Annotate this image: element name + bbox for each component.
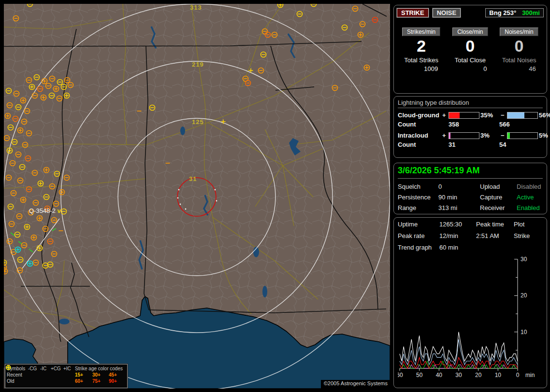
cg-minus-count: 566 <box>493 121 541 128</box>
upload-status: Disabled <box>517 183 543 190</box>
svg-text:60: 60 <box>398 372 403 378</box>
ic-minus-pct: 5% <box>539 132 550 139</box>
plot-value: Strike <box>514 232 543 239</box>
range-label: Range <box>398 204 438 211</box>
total-noises-label: Total Noises <box>494 56 543 64</box>
ring-label-219: 219 <box>192 61 204 68</box>
age-15: 15+ <box>75 372 92 378</box>
svg-text:20: 20 <box>521 292 527 299</box>
storm-cell-label[interactable]: Q-3548-2 v <box>29 207 61 214</box>
svg-text:10: 10 <box>495 372 502 378</box>
age-30: 30+ <box>92 372 109 378</box>
legend-col-cg-minus: -CG <box>28 366 40 371</box>
ic-plus-pct: 3% <box>480 132 501 139</box>
legend-col-ic-plus: +IC <box>63 366 75 371</box>
upload-label: Upload <box>480 183 517 190</box>
ic-plus-bar <box>449 132 479 139</box>
minus-sign: − <box>501 132 507 139</box>
uptime-value: 1265:30 <box>439 221 476 228</box>
legend-col-ic-minus: -IC <box>40 366 51 371</box>
ic-plus-recent-icon <box>63 372 71 378</box>
svg-text:50: 50 <box>416 372 423 378</box>
datetime-display: 3/6/2026 5:45:19 AM <box>398 166 543 179</box>
status-row: Squelch 0 Upload Disabled <box>398 183 543 190</box>
bearing-value: Bng 253° <box>489 9 516 16</box>
lightning-map[interactable]: 313 219 125 31 Q-3548-2 v Symbols -CG -I… <box>4 4 390 389</box>
noises-per-min-button[interactable]: Noises/min <box>500 28 538 36</box>
age-60: 60+ <box>75 378 92 384</box>
cg-minus-recent-icon <box>28 372 36 378</box>
squelch-label: Squelch <box>398 183 438 190</box>
ring-label-125: 125 <box>192 118 204 126</box>
copyright: ©2005 Astrogenic Systems <box>321 380 390 389</box>
svg-text:20: 20 <box>475 372 482 378</box>
svg-text:30: 30 <box>521 256 527 263</box>
symbols-legend: Symbols -CG -IC +CG +IC Strike age color… <box>5 364 128 388</box>
ic-minus-old-icon <box>40 378 48 384</box>
status-row: Range 313 mi Receiver Enabled <box>398 204 543 211</box>
peak-rate-value: 12/min <box>439 232 476 239</box>
trend-graph-label: Trend graph <box>398 244 439 251</box>
ring-label-313: 313 <box>190 4 202 11</box>
ic-minus-bar <box>507 132 538 139</box>
svg-text:30: 30 <box>455 372 462 378</box>
strikes-rate: 2 <box>397 37 446 55</box>
total-strikes-label: Total Strikes <box>397 56 446 64</box>
cg-minus-bar <box>507 112 538 119</box>
cg-minus-pct: 56% <box>539 112 550 119</box>
strikes-per-min-button[interactable]: Strikes/min <box>402 28 440 36</box>
close-per-min-button[interactable]: Close/min <box>452 28 488 36</box>
stats-row: Peak rate 12/min 2:51 AM Strike <box>398 232 543 239</box>
cg-plus-pct: 35% <box>480 112 501 119</box>
receiver-status: Enabled <box>517 204 543 211</box>
noise-toggle-button[interactable]: NOISE <box>433 8 461 17</box>
age-75: 75+ <box>92 378 109 384</box>
strike-toggle-button[interactable]: STRIKE <box>397 8 429 17</box>
status-row: Persistence 90 min Capture Active <box>398 194 543 201</box>
age-45: 45+ <box>109 372 125 378</box>
cg-plus-bar <box>449 112 479 119</box>
ic-plus-old-icon <box>63 378 71 384</box>
plus-sign: + <box>442 132 449 139</box>
ic-count-row: Count 31 54 <box>398 141 543 148</box>
status-panel: 3/6/2026 5:45:19 AM Squelch 0 Upload Dis… <box>393 163 547 214</box>
trend-graph-value: 60 min <box>439 244 476 251</box>
strikes-column: Strikes/min 2 Total Strikes 1009 <box>397 27 446 72</box>
plot-label: Plot <box>514 221 543 228</box>
minus-sign: − <box>501 112 507 119</box>
intracloud-row: Intracloud + 3% − 5% <box>398 132 543 139</box>
total-close-value: 0 <box>446 65 494 72</box>
cloud-ground-label: Cloud-ground <box>398 112 442 119</box>
age-90: 90+ <box>109 378 125 384</box>
trend-graph: 1020306050403020100min <box>398 255 544 380</box>
cloud-ground-row: Cloud-ground + 35% − 56% <box>398 112 543 119</box>
close-rate: 0 <box>446 37 494 55</box>
total-close-label: Total Close <box>446 56 494 64</box>
cg-plus-recent-icon <box>51 372 58 378</box>
distribution-title: Lightning type distribution <box>398 99 543 108</box>
svg-text:10: 10 <box>521 329 527 336</box>
legend-col-cg-plus: +CG <box>51 366 63 371</box>
noises-column: Noises/min 0 Total Noises 46 <box>494 27 543 72</box>
ic-plus-count: 31 <box>442 141 493 148</box>
cg-minus-old-icon <box>28 378 36 384</box>
persistence-value: 90 min <box>438 194 480 201</box>
svg-text:40: 40 <box>436 372 443 378</box>
count-label: Count <box>398 141 442 148</box>
ic-minus-recent-icon <box>40 372 48 378</box>
bearing-range: 300mi <box>522 9 540 16</box>
trend-panel: Uptime 1265:30 Peak time Plot Peak rate … <box>393 217 547 388</box>
cg-plus-count: 358 <box>442 121 493 128</box>
lake <box>262 286 267 297</box>
bearing-readout: Bng 253° 300mi <box>485 8 544 17</box>
app-window: 313 219 125 31 Q-3548-2 v Symbols -CG -I… <box>0 0 550 392</box>
noises-rate: 0 <box>494 37 543 55</box>
capture-status: Active <box>517 194 543 201</box>
svg-text:min: min <box>525 372 535 378</box>
close-column: Close/min 0 Total Close 0 <box>446 27 494 72</box>
peak-time-label: Peak time <box>476 221 514 228</box>
small-lake <box>180 126 185 135</box>
stats-row: Trend graph 60 min <box>398 244 543 251</box>
uptime-label: Uptime <box>398 221 439 228</box>
plus-sign: + <box>442 112 449 119</box>
